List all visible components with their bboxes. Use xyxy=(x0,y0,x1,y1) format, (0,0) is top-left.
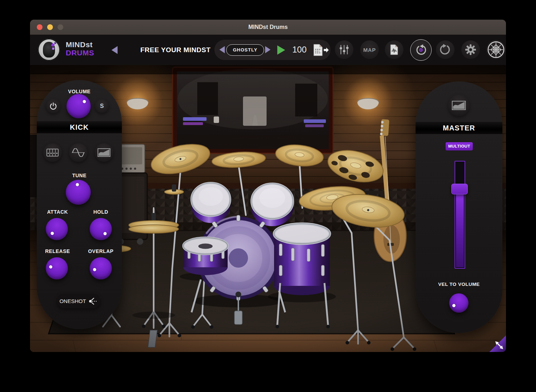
undo-button[interactable] xyxy=(410,39,432,61)
resize-arrows-icon xyxy=(494,340,505,351)
bank-prev-button[interactable] xyxy=(111,46,118,54)
step-grid-icon xyxy=(46,149,59,157)
hold-knob[interactable] xyxy=(90,218,112,240)
kick-title-band: KICK xyxy=(37,121,122,133)
release-knob[interactable] xyxy=(46,257,68,279)
solo-label: S xyxy=(100,103,104,109)
oneshot-button[interactable]: ONESHOT xyxy=(57,294,100,308)
redo-icon xyxy=(440,44,451,55)
resize-handle[interactable] xyxy=(490,336,506,352)
solo-button[interactable]: S xyxy=(95,99,109,113)
plugin-window: MINDst Drums MINDst DRUMS FREE YOUR MIND… xyxy=(30,20,506,352)
waveform-doc-icon xyxy=(389,44,399,55)
release-label: RELEASE xyxy=(37,248,78,254)
preset-group: GHOSTLY 100 xyxy=(214,40,331,60)
window-title: MINDst Drums xyxy=(30,20,506,35)
tune-knob[interactable] xyxy=(66,180,91,205)
vel-to-volume-label: VEL TO VOLUME xyxy=(416,282,502,287)
toolbar: MINDst DRUMS FREE YOUR MINDST GHOSTLY 10… xyxy=(30,35,506,65)
step-grid-button[interactable] xyxy=(43,143,62,162)
master-panel: MASTER MULTIOUT VEL TO VOLUME xyxy=(416,81,502,333)
waveform-button[interactable] xyxy=(69,143,88,162)
attack-knob[interactable] xyxy=(46,218,68,240)
sample-doc-button[interactable] xyxy=(385,40,403,59)
preset-name-button[interactable]: GHOSTLY xyxy=(226,44,264,56)
mixer-button[interactable] xyxy=(335,40,353,59)
gear-icon xyxy=(465,44,476,55)
envelope-button[interactable] xyxy=(95,143,113,162)
kick-panel: VOLUME S KICK xyxy=(37,80,122,329)
master-fader-fill xyxy=(456,189,464,267)
master-envelope-icon xyxy=(452,101,466,110)
master-fader-track[interactable] xyxy=(455,161,465,269)
envelope-icon xyxy=(98,148,110,157)
midi-drag-icon[interactable] xyxy=(312,43,329,57)
power-button[interactable] xyxy=(46,99,60,113)
redo-button[interactable] xyxy=(436,40,455,59)
overlap-label: OVERLAP xyxy=(80,248,122,254)
map-label: MAP xyxy=(363,47,376,53)
vendor-logo-button[interactable] xyxy=(486,40,506,59)
power-icon xyxy=(50,103,57,110)
tune-label: TUNE xyxy=(37,173,122,178)
oneshot-trigger-icon xyxy=(89,297,98,305)
preset-next-button[interactable] xyxy=(265,46,271,53)
master-fader-handle[interactable] xyxy=(451,184,468,194)
vendor-logo-icon xyxy=(487,41,505,58)
top-shade xyxy=(30,65,506,74)
titlebar: MINDst Drums xyxy=(30,20,506,35)
undo-icon xyxy=(415,44,427,56)
brand-line2: DRUMS xyxy=(66,49,94,57)
vel-to-volume-knob[interactable] xyxy=(449,293,468,313)
preview-play-button[interactable] xyxy=(277,45,285,55)
volume-knob[interactable] xyxy=(66,94,91,118)
master-envelope-button[interactable] xyxy=(448,95,470,116)
mindst-logo-icon xyxy=(38,39,60,61)
settings-button[interactable] xyxy=(461,40,480,59)
master-title-band: MASTER xyxy=(416,122,502,134)
overlap-knob[interactable] xyxy=(90,257,112,279)
oneshot-label: ONESHOT xyxy=(59,298,86,304)
sine-wave-icon xyxy=(72,148,85,157)
mixer-icon xyxy=(339,44,349,55)
brand-line1: MINDst xyxy=(66,41,94,49)
brand-wordmark: MINDst DRUMS xyxy=(66,41,94,57)
tempo-value[interactable]: 100 xyxy=(290,45,309,55)
map-button[interactable]: MAP xyxy=(360,40,379,59)
multiout-button[interactable]: MULTIOUT xyxy=(446,142,473,150)
preset-prev-button[interactable] xyxy=(219,46,225,53)
